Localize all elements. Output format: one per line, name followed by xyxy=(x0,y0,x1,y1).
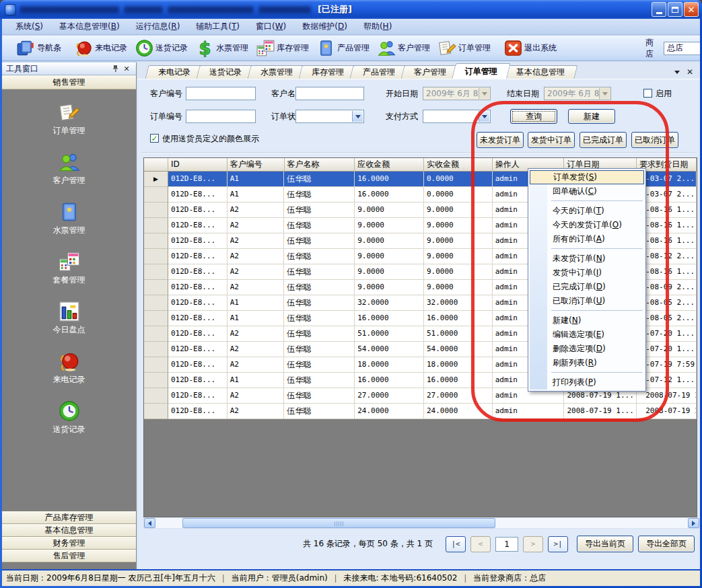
cell[interactable]: 16.0000 xyxy=(355,172,424,187)
minimize-button[interactable] xyxy=(652,2,666,17)
cell[interactable]: 9.0000 xyxy=(355,249,424,264)
context-menu-item-15[interactable]: 刷新列表(R) xyxy=(530,356,644,370)
cell[interactable]: A2 xyxy=(227,326,285,342)
next-page-button[interactable]: > xyxy=(523,536,543,552)
row-selector-cell[interactable] xyxy=(144,311,168,326)
cell[interactable]: 伍华聪 xyxy=(284,342,355,357)
order-status-select[interactable] xyxy=(295,110,364,123)
order-status-dropdown-icon[interactable] xyxy=(352,111,363,122)
cell[interactable]: A1 xyxy=(227,187,285,203)
context-menu-item-9[interactable]: 已完成订单(D) xyxy=(530,280,644,294)
cell[interactable]: 012D-E8... xyxy=(168,357,227,373)
cell[interactable]: 54.0000 xyxy=(424,342,493,357)
scrollbar-track[interactable] xyxy=(155,518,688,528)
row-selector-cell[interactable] xyxy=(144,357,168,373)
cell[interactable]: 012D-E8... xyxy=(168,373,227,388)
menubar-item-0[interactable]: 系统(S) xyxy=(7,19,51,34)
scroll-left-icon[interactable] xyxy=(144,518,155,528)
cell[interactable]: 54.0000 xyxy=(355,342,424,357)
menubar-item-6[interactable]: 帮助(H) xyxy=(355,19,400,34)
toolbar-button-3[interactable]: $水票管理 xyxy=(192,38,252,59)
tab-来电记录[interactable]: 来电记录 xyxy=(145,65,204,79)
cell[interactable]: A1 xyxy=(227,172,285,187)
scrollbar-thumb[interactable] xyxy=(182,518,495,528)
cell[interactable]: 2008-07-19 1... xyxy=(564,404,637,419)
sidebar-item-送货记录[interactable]: 送货记录 xyxy=(53,400,85,435)
cell[interactable]: 012D-E8... xyxy=(168,295,227,311)
pay-method-select[interactable] xyxy=(423,110,491,123)
cell[interactable]: 伍华聪 xyxy=(284,249,355,264)
cell[interactable]: 伍华聪 xyxy=(284,357,355,373)
close-tab-icon[interactable]: ✕ xyxy=(687,67,693,77)
cell[interactable]: 9.0000 xyxy=(424,203,493,218)
row-selector-cell[interactable] xyxy=(144,342,168,357)
sidebar-item-今日盘点[interactable]: 今日盘点 xyxy=(53,301,85,336)
context-menu-item-14[interactable]: 删除选定项(D) xyxy=(530,342,644,356)
cell[interactable]: A2 xyxy=(227,404,285,419)
sidebar-group-基本信息管理[interactable]: 基本信息管理 xyxy=(2,524,136,537)
toolbar-button-1[interactable]: 来电记录 xyxy=(71,38,131,59)
status-filter-button-3[interactable]: 已取消订单 xyxy=(631,132,678,148)
customer-code-input[interactable] xyxy=(186,87,256,100)
cell[interactable]: 9.0000 xyxy=(424,280,493,295)
status-filter-button-0[interactable]: 未发货订单 xyxy=(477,132,524,148)
cell[interactable]: A2 xyxy=(227,203,285,218)
context-menu-item-8[interactable]: 发货中订单(I) xyxy=(530,266,644,280)
end-date-dropdown-icon[interactable] xyxy=(599,88,610,99)
pin-icon[interactable] xyxy=(110,64,121,74)
toolbar-button-0[interactable]: 导航条 xyxy=(13,38,65,59)
scroll-right-icon[interactable] xyxy=(688,518,699,528)
cell[interactable]: 伍华聪 xyxy=(284,218,355,233)
sidebar-item-套餐管理[interactable]: 套餐管理 xyxy=(53,251,85,286)
cell[interactable]: 9.0000 xyxy=(355,233,424,249)
export-all-pages-button[interactable]: 导出全部页 xyxy=(638,536,695,552)
cell[interactable]: 24.0000 xyxy=(424,404,493,419)
cell[interactable]: A2 xyxy=(227,249,285,264)
cell[interactable]: A2 xyxy=(227,233,285,249)
cell[interactable]: 24.0000 xyxy=(355,404,424,419)
shop-select[interactable]: 总店 xyxy=(664,42,700,55)
cell[interactable]: 伍华聪 xyxy=(284,187,355,203)
start-date-picker[interactable]: 2009年 6月 8日 xyxy=(423,87,491,100)
cell[interactable]: A2 xyxy=(227,342,285,357)
tab-产品管理[interactable]: 产品管理 xyxy=(350,65,409,79)
maximize-button[interactable] xyxy=(668,2,682,17)
cell[interactable]: A1 xyxy=(227,311,285,326)
prev-page-button[interactable]: < xyxy=(470,536,491,552)
cell[interactable]: 伍华聪 xyxy=(284,203,355,218)
cell[interactable]: 16.0000 xyxy=(355,311,424,326)
context-menu-item-10[interactable]: 已取消订单(U) xyxy=(530,294,644,308)
menubar-item-3[interactable]: 辅助工具(T) xyxy=(188,19,248,34)
cell[interactable]: 伍华聪 xyxy=(284,233,355,249)
sidebar-item-客户管理[interactable]: 客户管理 xyxy=(53,151,85,186)
context-menu-item-5[interactable]: 所有的订单(A) xyxy=(530,232,644,246)
table-row[interactable]: 012D-E8...A2伍华聪24.000024.0000admin2008-0… xyxy=(144,404,697,419)
row-selector-cell[interactable] xyxy=(144,373,168,388)
toolbar-button-8[interactable]: 退出系统 xyxy=(500,38,561,59)
grid-horizontal-scrollbar[interactable] xyxy=(143,517,700,529)
cell[interactable]: A2 xyxy=(227,280,285,295)
cell[interactable]: 012D-E8... xyxy=(168,404,227,419)
row-selector-cell[interactable] xyxy=(144,264,168,280)
row-selector-cell[interactable] xyxy=(144,218,168,233)
cell[interactable]: admin xyxy=(493,404,565,419)
cell[interactable]: 9.0000 xyxy=(424,264,493,280)
tab-客户管理[interactable]: 客户管理 xyxy=(401,65,460,79)
cell[interactable]: 012D-E8... xyxy=(168,388,227,404)
sidebar-group-header[interactable]: 销售管理 xyxy=(2,75,136,89)
cell[interactable]: 16.0000 xyxy=(424,373,493,388)
tab-订单管理[interactable]: 订单管理 xyxy=(452,63,511,79)
context-menu-item-13[interactable]: 编辑选定项(E) xyxy=(530,328,644,342)
cell[interactable]: A2 xyxy=(227,218,285,233)
cell[interactable]: 012D-E8... xyxy=(168,172,227,187)
cell[interactable]: 18.0000 xyxy=(424,357,493,373)
sidebar-item-来电记录[interactable]: 来电记录 xyxy=(53,351,85,385)
tab-list-dropdown-icon[interactable] xyxy=(674,71,680,74)
cell[interactable]: 012D-E8... xyxy=(168,326,227,342)
row-selector-cell[interactable] xyxy=(144,203,168,218)
close-tool-window-icon[interactable]: ✕ xyxy=(121,64,132,74)
first-page-button[interactable]: |< xyxy=(446,536,466,552)
menubar-item-2[interactable]: 运行信息(R) xyxy=(128,19,188,34)
status-filter-button-1[interactable]: 发货中订单 xyxy=(528,132,575,148)
cell[interactable]: 16.0000 xyxy=(355,187,424,203)
